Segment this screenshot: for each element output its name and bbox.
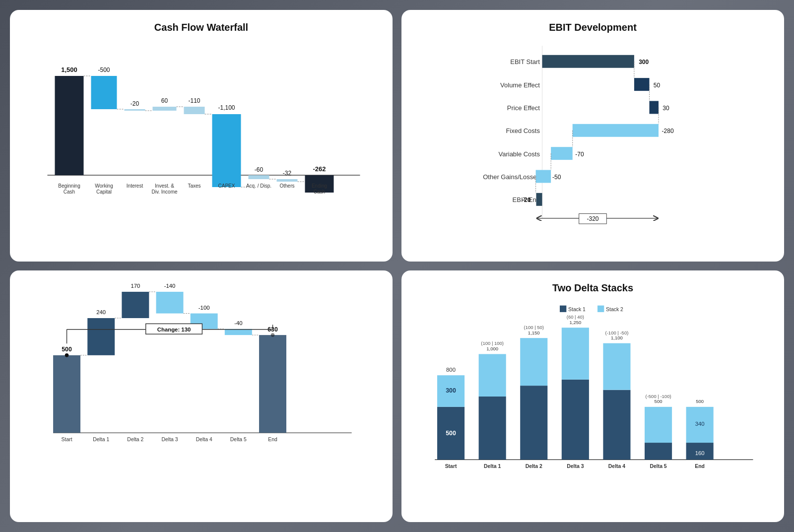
ebit-chart: EBIT Start Volume Effect Price Effect Fi… xyxy=(413,41,772,230)
svg-text:Delta 1: Delta 1 xyxy=(484,464,501,469)
svg-rect-21 xyxy=(212,114,241,187)
svg-rect-143 xyxy=(562,380,589,460)
svg-text:EBIT Start: EBIT Start xyxy=(510,58,540,66)
svg-text:Volume Effect: Volume Effect xyxy=(500,81,540,89)
svg-text:Start: Start xyxy=(445,464,457,469)
ebit-card: EBIT Development EBIT Start Volume Effec… xyxy=(401,10,784,262)
svg-text:Cash: Cash xyxy=(64,189,75,195)
svg-rect-101 xyxy=(156,292,184,314)
svg-text:50: 50 xyxy=(654,82,661,89)
svg-point-93 xyxy=(65,353,69,357)
stacks-title: Two Delta Stacks xyxy=(413,282,772,294)
svg-rect-12 xyxy=(125,109,145,111)
svg-text:(-500 | -100): (-500 | -100) xyxy=(645,394,671,399)
svg-text:-20: -20 xyxy=(522,197,531,203)
svg-rect-148 xyxy=(603,343,630,390)
stacks-svg: Stack 1 Stack 2 500 300 800 xyxy=(413,302,772,490)
svg-rect-71 xyxy=(536,193,542,206)
cashflow-card: Cash Flow Waterfall 1,500 -500 xyxy=(10,10,393,262)
svg-rect-147 xyxy=(603,390,630,460)
svg-rect-135 xyxy=(479,397,506,460)
svg-text:Acq. / Disp.: Acq. / Disp. xyxy=(246,183,271,189)
svg-text:-50: -50 xyxy=(552,174,561,181)
svg-text:1,500: 1,500 xyxy=(61,66,77,73)
svg-rect-110 xyxy=(259,335,286,433)
svg-text:Delta 5: Delta 5 xyxy=(650,464,666,469)
svg-rect-125 xyxy=(560,306,566,312)
svg-rect-152 xyxy=(645,407,672,443)
svg-text:-100: -100 xyxy=(198,305,210,311)
svg-text:Stack 2: Stack 2 xyxy=(606,307,623,312)
svg-rect-65 xyxy=(551,147,573,160)
svg-text:Ending: Ending xyxy=(312,183,327,189)
delta-card: Change: 130 500 240 xyxy=(10,270,393,522)
svg-rect-59 xyxy=(650,101,659,114)
svg-text:Working: Working xyxy=(95,183,113,189)
svg-text:Price Effect: Price Effect xyxy=(507,104,540,112)
svg-text:-110: -110 xyxy=(188,97,200,104)
svg-rect-18 xyxy=(184,107,205,114)
svg-text:Delta 4: Delta 4 xyxy=(608,464,625,469)
svg-rect-53 xyxy=(542,55,634,68)
svg-text:1,100: 1,100 xyxy=(611,335,623,340)
svg-text:-60: -60 xyxy=(255,166,264,173)
svg-text:Fixed Costs: Fixed Costs xyxy=(506,127,540,134)
svg-text:Delta 3: Delta 3 xyxy=(567,464,584,469)
svg-text:1,150: 1,150 xyxy=(528,330,540,335)
svg-text:Interest: Interest xyxy=(127,183,143,189)
svg-rect-68 xyxy=(536,170,551,183)
svg-text:-262: -262 xyxy=(313,165,326,173)
svg-text:Delta 1: Delta 1 xyxy=(93,437,109,442)
cashflow-chart: 1,500 -500 xyxy=(22,41,381,210)
svg-text:300: 300 xyxy=(639,59,649,66)
svg-text:CAPEX: CAPEX xyxy=(218,183,235,189)
svg-text:240: 240 xyxy=(96,309,106,315)
svg-text:(60 | 40): (60 | 40) xyxy=(567,314,584,320)
svg-text:End: End xyxy=(268,437,277,442)
svg-text:500: 500 xyxy=(655,399,662,404)
svg-text:-70: -70 xyxy=(575,151,584,158)
svg-text:30: 30 xyxy=(662,105,669,112)
svg-text:Beginning: Beginning xyxy=(58,183,80,189)
svg-text:Delta 2: Delta 2 xyxy=(127,437,143,442)
delta-svg: Change: 130 500 240 xyxy=(22,282,381,461)
svg-text:300: 300 xyxy=(446,387,456,394)
svg-text:-1,100: -1,100 xyxy=(218,104,235,111)
svg-text:170: 170 xyxy=(131,283,140,289)
svg-rect-151 xyxy=(645,443,672,460)
stacks-chart: Stack 1 Stack 2 500 300 800 xyxy=(413,302,772,490)
cashflow-svg: 1,500 -500 xyxy=(22,41,381,210)
svg-rect-24 xyxy=(249,175,269,179)
svg-rect-91 xyxy=(53,355,80,433)
svg-text:-280: -280 xyxy=(662,128,674,134)
svg-text:Cash: Cash xyxy=(314,189,325,195)
ebit-title: EBIT Development xyxy=(413,22,772,33)
svg-text:-320: -320 xyxy=(587,215,598,222)
svg-text:60: 60 xyxy=(161,97,168,104)
svg-text:340: 340 xyxy=(695,421,705,427)
svg-rect-62 xyxy=(573,124,659,137)
svg-text:Variable Costs: Variable Costs xyxy=(499,150,540,158)
svg-text:160: 160 xyxy=(695,450,705,456)
svg-rect-15 xyxy=(153,107,177,111)
delta-chart: Change: 130 500 240 xyxy=(22,282,381,461)
svg-rect-95 xyxy=(87,318,115,355)
svg-rect-136 xyxy=(479,354,506,397)
svg-rect-140 xyxy=(520,338,547,386)
svg-rect-9 xyxy=(91,76,117,109)
stacks-card: Two Delta Stacks Stack 1 Stack 2 500 300… xyxy=(401,270,784,522)
svg-text:-40: -40 xyxy=(234,320,242,326)
svg-text:Stack 1: Stack 1 xyxy=(568,307,586,312)
svg-text:Other Gains/Losses: Other Gains/Losses xyxy=(483,173,540,181)
svg-text:-32: -32 xyxy=(283,170,292,177)
svg-text:Delta 2: Delta 2 xyxy=(526,464,542,469)
svg-text:-20: -20 xyxy=(131,100,139,107)
svg-text:(100 | 100): (100 | 100) xyxy=(481,340,504,346)
svg-rect-98 xyxy=(122,292,149,318)
svg-text:-500: -500 xyxy=(98,66,110,73)
svg-text:Others: Others xyxy=(279,183,294,189)
svg-rect-127 xyxy=(597,306,604,312)
svg-rect-6 xyxy=(55,76,84,175)
svg-text:Delta 3: Delta 3 xyxy=(162,437,178,442)
svg-text:(-100 | -50): (-100 | -50) xyxy=(605,330,629,335)
